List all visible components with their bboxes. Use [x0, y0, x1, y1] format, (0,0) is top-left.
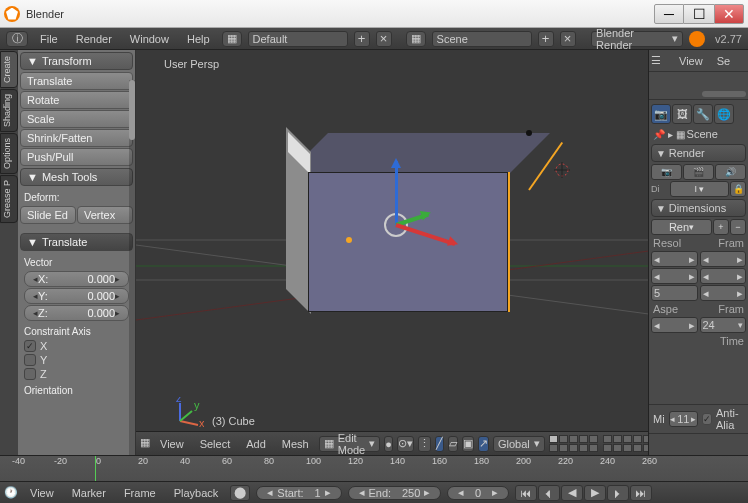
timeline-menu-marker[interactable]: Marker	[66, 487, 112, 499]
render-image-button[interactable]: 📷	[651, 164, 682, 180]
frame-end-field[interactable]: ◂▸	[700, 268, 747, 284]
auto-keyframe-toggle[interactable]: ⬤	[230, 485, 250, 501]
3dview-menu-view[interactable]: View	[154, 438, 190, 450]
jump-start-button[interactable]: ⏮	[515, 485, 537, 501]
face-select-mode[interactable]: ▱	[448, 436, 458, 452]
window-close-button[interactable]: ✕	[714, 4, 744, 24]
context-render-layers-icon[interactable]: 🖼	[672, 104, 692, 124]
pivot-dropdown[interactable]: ⊙▾	[397, 436, 414, 452]
context-world-icon[interactable]: 🌐	[714, 104, 734, 124]
edge-slide-button[interactable]: Slide Ed	[20, 206, 76, 224]
scene-dropdown[interactable]: Scene	[432, 31, 532, 47]
constraint-x-checkbox[interactable]: ✓	[24, 340, 36, 352]
resolution-percent-slider[interactable]: 5	[651, 285, 698, 301]
jump-end-button[interactable]: ⏭	[630, 485, 652, 501]
menu-window[interactable]: Window	[124, 33, 175, 45]
scene-add-button[interactable]: +	[538, 31, 554, 47]
push-pull-button[interactable]: Push/Pull	[20, 148, 133, 166]
scene-browse-icon[interactable]: ▦	[406, 31, 426, 47]
transform-manipulator[interactable]	[396, 225, 397, 226]
vector-x-field[interactable]: ◂X:0.000▸	[24, 271, 129, 287]
rotate-button[interactable]: Rotate	[20, 91, 133, 109]
tooltab-grease[interactable]: Grease P	[0, 175, 18, 223]
render-anim-button[interactable]: 🎬	[683, 164, 714, 180]
preset-add-button[interactable]: +	[713, 219, 729, 235]
mi-field[interactable]: ◂ 11 ▸	[669, 411, 698, 427]
manipulator-z-axis[interactable]	[395, 161, 398, 225]
timeline-editor-icon[interactable]: 🕐	[4, 486, 18, 499]
translate-button[interactable]: Translate	[20, 72, 133, 90]
resolution-y-field[interactable]: ◂▸	[651, 268, 698, 284]
vector-y-field[interactable]: ◂Y:0.000▸	[24, 288, 129, 304]
fps-dropdown[interactable]: 24 ▾	[700, 317, 747, 333]
current-frame-input[interactable]: ◂ 0 ▸	[447, 486, 509, 500]
window-minimize-button[interactable]: ─	[654, 4, 684, 24]
vertex-select-mode[interactable]: ⋮	[418, 436, 431, 452]
shading-mode-button[interactable]: ●	[384, 436, 393, 452]
vector-z-field[interactable]: ◂Z:0.000▸	[24, 305, 129, 321]
edge-select-mode[interactable]: ╱	[435, 436, 444, 452]
layer-buttons[interactable]	[549, 435, 648, 452]
toolshelf-scrollbar[interactable]	[129, 80, 135, 455]
display-mode-dropdown[interactable]: I ▾	[670, 181, 729, 197]
menu-render[interactable]: Render	[70, 33, 118, 45]
outliner-view-menu[interactable]: View	[673, 55, 709, 67]
editor-type-3dview-icon[interactable]: ▦	[140, 436, 150, 452]
layout-add-button[interactable]: +	[354, 31, 370, 47]
context-scene-icon[interactable]: 🔧	[693, 104, 713, 124]
keyframe-prev-button[interactable]: ⏴	[538, 485, 560, 501]
frame-start-input[interactable]: ◂Start: 1▸	[256, 486, 341, 500]
operator-translate-header[interactable]: ▼ Translate	[20, 233, 133, 251]
timeline-menu-frame[interactable]: Frame	[118, 487, 162, 499]
antialias-checkbox[interactable]: ✓	[702, 413, 712, 425]
constraint-z-checkbox[interactable]	[24, 368, 36, 380]
play-button[interactable]: ▶	[584, 485, 606, 501]
outliner-search[interactable]: Se	[711, 55, 736, 67]
render-section-header[interactable]: ▼ Render	[651, 144, 746, 162]
scale-button[interactable]: Scale	[20, 110, 133, 128]
play-reverse-button[interactable]: ◀	[561, 485, 583, 501]
frame-end-input[interactable]: ◂End: 250▸	[348, 486, 442, 500]
layout-remove-button[interactable]: ×	[376, 31, 392, 47]
shrink-fatten-button[interactable]: Shrink/Fatten	[20, 129, 133, 147]
context-render-icon[interactable]: 📷	[651, 104, 671, 124]
3d-viewport[interactable]: User Persp	[136, 50, 648, 455]
menu-file[interactable]: File	[34, 33, 64, 45]
toolshelf-scroll-thumb[interactable]	[129, 80, 135, 140]
timeline-ruler[interactable]: -40-200204060801001201401601802002202402…	[0, 456, 748, 481]
mode-dropdown[interactable]: ▦ Edit Mode ▾	[319, 436, 381, 452]
datablock-breadcrumb[interactable]: 📌 ▸ ▦ Scene	[651, 126, 746, 142]
dimensions-section-header[interactable]: ▼ Dimensions	[651, 199, 746, 217]
preset-remove-button[interactable]: −	[730, 219, 746, 235]
vertex-slide-button[interactable]: Vertex	[77, 206, 133, 224]
transform-orientation-dropdown[interactable]: Global ▾	[493, 436, 545, 452]
frame-start-field[interactable]: ◂▸	[700, 251, 747, 267]
lock-interface-toggle[interactable]: 🔒	[730, 181, 746, 197]
render-engine-dropdown[interactable]: Blender Render▾	[591, 31, 683, 47]
tooltab-options[interactable]: Options	[0, 133, 18, 174]
outliner-h-scroll[interactable]	[702, 91, 746, 97]
3dview-menu-add[interactable]: Add	[240, 438, 272, 450]
keyframe-next-button[interactable]: ⏵	[607, 485, 629, 501]
outliner-editor-icon[interactable]: ☰	[651, 54, 671, 67]
resolution-x-field[interactable]: ◂▸	[651, 251, 698, 267]
limit-selection-toggle[interactable]: ▣	[462, 436, 474, 452]
3dview-menu-mesh[interactable]: Mesh	[276, 438, 315, 450]
3dview-menu-select[interactable]: Select	[194, 438, 237, 450]
scene-remove-button[interactable]: ×	[560, 31, 576, 47]
frame-step-field[interactable]: ◂▸	[700, 285, 747, 301]
editor-type-icon[interactable]: ⓘ	[6, 31, 28, 47]
meshtools-header[interactable]: ▼ Mesh Tools	[20, 168, 133, 186]
render-audio-button[interactable]: 🔊	[715, 164, 746, 180]
timeline-menu-view[interactable]: View	[24, 487, 60, 499]
window-maximize-button[interactable]: ☐	[684, 4, 714, 24]
transform-header[interactable]: ▼ Transform	[20, 52, 133, 70]
render-preset-dropdown[interactable]: Ren ▾	[651, 219, 712, 235]
menu-help[interactable]: Help	[181, 33, 216, 45]
aspect-x-field[interactable]: ◂▸	[651, 317, 698, 333]
manipulator-toggle[interactable]: ↗	[478, 436, 489, 452]
timeline-menu-playback[interactable]: Playback	[168, 487, 225, 499]
screen-layout-browse-icon[interactable]: ▦	[222, 31, 242, 47]
screen-layout-dropdown[interactable]: Default	[248, 31, 348, 47]
tooltab-create[interactable]: Create	[0, 51, 18, 88]
